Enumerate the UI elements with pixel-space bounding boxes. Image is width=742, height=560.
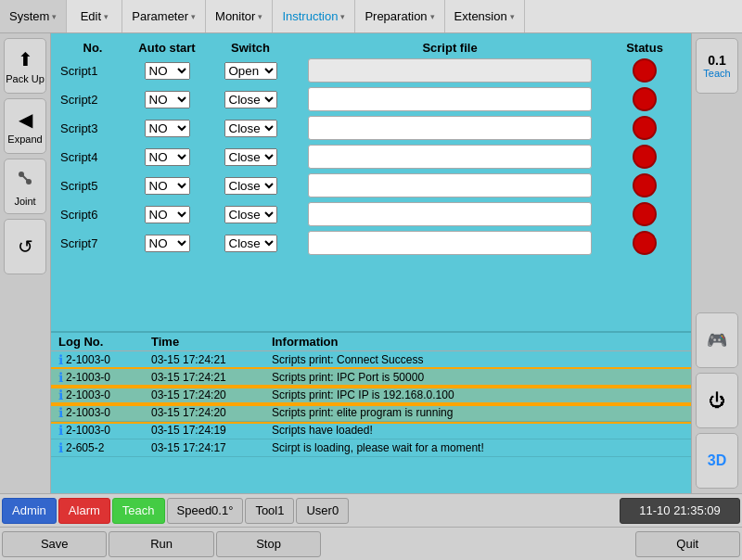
- pack-up-icon: ⬆: [18, 48, 33, 70]
- script-file-input-3[interactable]: [308, 116, 592, 140]
- power-icon: ⏻: [709, 391, 725, 411]
- script-file-input-6[interactable]: [308, 202, 592, 226]
- chevron-icon: ▾: [430, 12, 435, 21]
- tool-button[interactable]: Tool1: [245, 498, 294, 524]
- auto-start-select-5[interactable]: NOYES: [145, 177, 190, 195]
- gamepad-button[interactable]: 🎮: [696, 312, 738, 368]
- table-row: Script7 NOYES CloseOpen: [60, 231, 682, 255]
- 3d-icon: 3D: [708, 452, 726, 469]
- table-header: No. Auto start Switch Script file Status: [60, 41, 682, 55]
- expand-icon: ◀: [19, 108, 32, 131]
- info-icon: ℹ: [58, 370, 63, 385]
- gamepad-icon: 🎮: [707, 330, 727, 350]
- log-body[interactable]: ℹ 2-1003-0 03-15 17:24:21 Scripts print:…: [51, 351, 691, 490]
- log-row: ℹ 2-1003-0 03-15 17:24:19 Scripts have l…: [51, 422, 691, 439]
- alarm-button[interactable]: Alarm: [58, 498, 110, 524]
- status-dot-1: [633, 58, 657, 83]
- switch-select-1[interactable]: OpenClose: [224, 62, 277, 80]
- switch-select-2[interactable]: CloseOpen: [224, 91, 277, 108]
- menu-preparation[interactable]: Preparation ▾: [355, 0, 444, 32]
- menu-extension[interactable]: Extension ▾: [445, 0, 525, 32]
- auto-start-select-7[interactable]: NOYES: [145, 235, 190, 252]
- run-button[interactable]: Run: [109, 531, 213, 557]
- script-file-input-7[interactable]: [308, 231, 592, 255]
- action-bar: Save Run Stop Quit: [0, 527, 742, 560]
- info-icon: ℹ: [58, 388, 63, 402]
- content-area: No. Auto start Switch Script file Status…: [51, 33, 691, 493]
- menu-edit[interactable]: Edit ▾: [67, 0, 122, 32]
- stop-button[interactable]: Stop: [216, 531, 321, 557]
- script-file-input-1[interactable]: nm_elite_module: [308, 58, 592, 83]
- power-button[interactable]: ⏻: [696, 373, 738, 428]
- info-icon: ℹ: [58, 440, 63, 455]
- switch-select-5[interactable]: CloseOpen: [224, 177, 277, 195]
- 3d-button[interactable]: 3D: [696, 433, 738, 489]
- reset-icon: ↺: [18, 235, 33, 258]
- auto-start-select-1[interactable]: NOYES: [145, 62, 190, 80]
- table-row: Script5 NOYES CloseOpen: [60, 173, 682, 197]
- chevron-icon: ▾: [191, 12, 196, 21]
- status-dot-3: [633, 116, 657, 140]
- teach-button[interactable]: 0.1 Teach: [696, 38, 738, 94]
- table-row: Script1 NOYES OpenClose nm_elite_module: [60, 58, 682, 83]
- script-file-input-5[interactable]: [308, 173, 592, 197]
- chevron-icon: ▾: [104, 12, 109, 21]
- log-row: ℹ 2-1003-0 03-15 17:24:20 Scripts print:…: [51, 387, 691, 404]
- switch-select-4[interactable]: CloseOpen: [224, 148, 277, 166]
- sidebar-btn-pack-up[interactable]: ⬆ Pack Up: [4, 38, 46, 94]
- table-row: Script6 NOYES CloseOpen: [60, 202, 682, 226]
- script-file-input-2[interactable]: [308, 87, 592, 111]
- table-row: Script2 NOYES CloseOpen: [60, 87, 682, 111]
- quit-button[interactable]: Quit: [635, 531, 740, 557]
- status-dot-5: [633, 173, 657, 197]
- sidebar-btn-joint[interactable]: Joint: [4, 159, 46, 214]
- log-area: Log No. Time Information ℹ 2-1003-0 03-1…: [51, 331, 691, 493]
- time-display: 11-10 21:35:09: [620, 498, 740, 524]
- switch-select-6[interactable]: CloseOpen: [224, 206, 277, 223]
- info-icon: ℹ: [58, 405, 63, 420]
- sidebar-btn-reset[interactable]: ↺: [4, 219, 46, 274]
- menu-parameter[interactable]: Parameter ▾: [122, 0, 206, 32]
- status-dot-6: [633, 202, 657, 226]
- sidebar-btn-expand[interactable]: ◀ Expand: [4, 98, 46, 154]
- save-button[interactable]: Save: [2, 531, 107, 557]
- table-row: Script3 NOYES CloseOpen: [60, 116, 682, 140]
- status-dot-2: [633, 87, 657, 111]
- auto-start-select-3[interactable]: NOYES: [145, 120, 190, 137]
- status-bar: Admin Alarm Teach Speed0.1° Tool1 User0 …: [0, 493, 742, 527]
- joint-icon: [14, 167, 36, 193]
- chevron-icon: ▾: [510, 12, 515, 21]
- menu-bar: System ▾ Edit ▾ Parameter ▾ Monitor ▾ In…: [0, 0, 742, 33]
- right-sidebar: 0.1 Teach 🎮 ⏻ 3D: [691, 33, 742, 493]
- auto-start-select-4[interactable]: NOYES: [145, 148, 190, 166]
- main-layout: ⬆ Pack Up ◀ Expand Joint ↺ No. Auto star…: [0, 33, 742, 493]
- chevron-icon: ▾: [52, 12, 57, 21]
- menu-system[interactable]: System ▾: [0, 0, 67, 32]
- admin-button[interactable]: Admin: [2, 498, 57, 524]
- table-row: Script4 NOYES CloseOpen: [60, 145, 682, 169]
- teach-status-button[interactable]: Teach: [112, 498, 165, 524]
- menu-instruction[interactable]: Instruction ▾: [273, 0, 355, 32]
- user-button[interactable]: User0: [296, 498, 349, 524]
- scripts-table: No. Auto start Switch Script file Status…: [51, 33, 691, 331]
- svg-line-2: [21, 174, 29, 182]
- log-row: ℹ 2-1003-0 03-15 17:24:20 Scripts print:…: [51, 404, 691, 422]
- info-icon: ℹ: [58, 352, 63, 367]
- script-file-input-4[interactable]: [308, 145, 592, 169]
- auto-start-select-2[interactable]: NOYES: [145, 91, 190, 108]
- log-row: ℹ 2-1003-0 03-15 17:24:21 Scripts print:…: [51, 351, 691, 369]
- log-row: ℹ 2-1003-0 03-15 17:24:21 Scripts print:…: [51, 369, 691, 387]
- auto-start-select-6[interactable]: NOYES: [145, 206, 190, 223]
- info-icon: ℹ: [58, 423, 63, 438]
- chevron-icon: ▾: [340, 12, 345, 21]
- chevron-icon: ▾: [258, 12, 262, 21]
- log-row: ℹ 2-605-2 03-15 17:24:17 Scirpt is loadi…: [51, 439, 691, 457]
- switch-select-7[interactable]: CloseOpen: [224, 235, 277, 252]
- menu-monitor[interactable]: Monitor ▾: [206, 0, 273, 32]
- left-sidebar: ⬆ Pack Up ◀ Expand Joint ↺: [0, 33, 51, 493]
- status-dot-4: [633, 145, 657, 169]
- log-header: Log No. Time Information: [51, 333, 691, 351]
- status-dot-7: [633, 231, 657, 255]
- switch-select-3[interactable]: CloseOpen: [224, 120, 277, 137]
- speed-button[interactable]: Speed0.1°: [167, 498, 244, 524]
